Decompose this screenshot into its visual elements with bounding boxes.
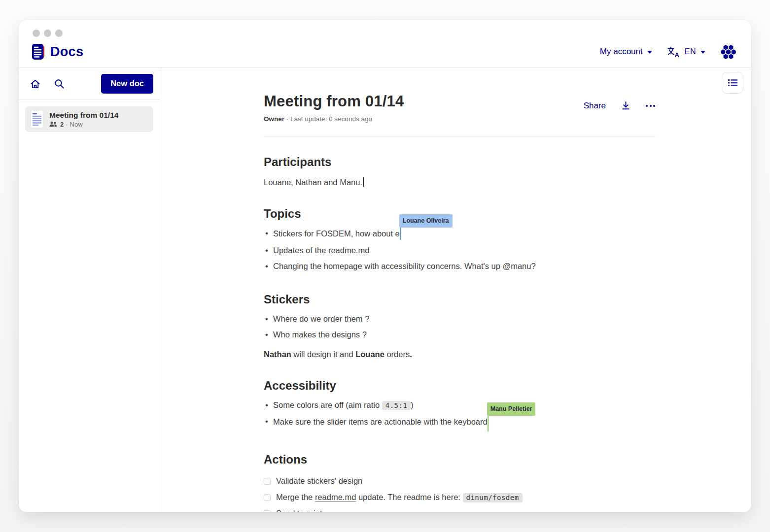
list-item: Who makes the designs ?	[273, 327, 655, 342]
task-item: Send to print	[264, 505, 655, 512]
topics-list: Stickers for FOSDEM, how about eLouane O…	[264, 225, 655, 274]
share-button[interactable]: Share	[584, 101, 606, 111]
editor[interactable]: Participants Louane, Nathan and Manu. To…	[264, 155, 655, 512]
task-item: Validate stickers' design	[264, 473, 655, 489]
app-logo: Docs	[31, 43, 83, 61]
sidebar: New doc	[19, 68, 160, 512]
download-button[interactable]	[621, 100, 631, 111]
code-chip: dinum/fosdem	[463, 493, 523, 502]
list-item: Where do we order them ?	[273, 311, 655, 327]
search-icon	[54, 78, 65, 89]
remote-cursor-label: Louane Oliveira	[399, 214, 453, 228]
svg-text:A: A	[674, 51, 679, 58]
document-list-item[interactable]: Meeting from 01/14 2	[25, 106, 153, 132]
section-heading-accessibility: Accessibility	[264, 379, 655, 393]
ellipsis-icon	[646, 105, 655, 107]
list-item: Updates of the readme.md	[273, 242, 655, 258]
app-header: Docs My account A	[19, 37, 751, 68]
docs-logo-icon	[31, 43, 46, 61]
members-count: 2	[60, 121, 64, 128]
document-meta: Owner · Last update: 0 seconds ago	[264, 115, 404, 123]
home-button[interactable]	[30, 78, 41, 90]
task-item: Merge the readme.md update. The readme i…	[264, 489, 655, 505]
members-icon	[49, 121, 57, 127]
role-label: Owner	[264, 115, 284, 123]
list-item: Stickers for FOSDEM, how about eLouane O…	[273, 225, 655, 242]
text-caret	[363, 177, 364, 187]
window-control-dot	[33, 30, 40, 37]
stickers-list: Where do we order them ? Who makes the d…	[264, 311, 655, 342]
task-checkbox[interactable]	[264, 494, 271, 501]
app-title: Docs	[50, 44, 83, 60]
task-label: Validate stickers' design	[276, 476, 362, 486]
remote-cursor-label: Manu Pelletier	[487, 402, 536, 416]
list-item: Some colors are off (aim ratio 4.5:1)	[273, 397, 655, 413]
language-label: EN	[685, 47, 696, 56]
download-icon	[621, 100, 631, 111]
list-icon	[728, 78, 738, 87]
task-checkbox[interactable]	[264, 478, 271, 485]
list-item: Make sure the slider items are actionabl…	[273, 413, 655, 434]
search-button[interactable]	[54, 78, 65, 89]
window-titlebar	[19, 20, 751, 37]
stickers-note: Nathan will design it and Louane orders.	[264, 348, 655, 360]
document-item-title: Meeting from 01/14	[49, 111, 118, 120]
document-title[interactable]: Meeting from 01/14	[264, 93, 404, 110]
document-list: Meeting from 01/14 2	[19, 100, 160, 138]
main-panel: Meeting from 01/14 Owner · Last update: …	[160, 68, 751, 512]
document-actions: Share	[584, 100, 655, 111]
table-of-contents-button[interactable]	[722, 72, 743, 94]
task-list: Validate stickers' design Merge the read…	[264, 473, 655, 512]
document-header: Meeting from 01/14 Owner · Last update: …	[264, 93, 655, 123]
app-window: Docs My account A	[19, 20, 751, 512]
task-label: Merge the readme.md update. The readme i…	[276, 493, 523, 502]
code-chip: 4.5:1	[382, 401, 411, 410]
header-divider	[264, 136, 655, 136]
meta-separator: ·	[66, 121, 68, 128]
apps-grid-button[interactable]	[720, 44, 736, 60]
window-control-dot	[44, 30, 51, 37]
header-controls: My account A EN	[600, 44, 736, 60]
my-account-menu[interactable]: My account	[600, 47, 652, 57]
chevron-down-icon	[647, 51, 652, 54]
sidebar-toolbar: New doc	[19, 68, 160, 100]
last-update-label: Last update: 0 seconds ago	[290, 115, 372, 123]
section-heading-actions: Actions	[264, 453, 655, 466]
participants-text: Louane, Nathan and Manu.	[264, 176, 655, 188]
more-options-button[interactable]	[646, 105, 655, 107]
home-icon	[30, 78, 41, 90]
updated-time: Now	[70, 121, 83, 128]
remote-cursor-green: Manu Pelletier	[488, 416, 489, 432]
meta-separator: ·	[286, 115, 289, 123]
apps-flower-icon	[720, 44, 736, 60]
document-thumbnail-icon	[30, 110, 44, 129]
chevron-down-icon	[700, 51, 705, 54]
window-control-dot	[55, 30, 63, 37]
task-checkbox[interactable]	[264, 510, 271, 513]
new-doc-button[interactable]: New doc	[101, 74, 153, 94]
list-item: Changing the homepage with accessibility…	[273, 258, 655, 274]
my-account-label: My account	[600, 47, 643, 57]
language-selector[interactable]: A EN	[667, 46, 705, 58]
section-heading-stickers: Stickers	[264, 293, 655, 306]
section-heading-topics: Topics	[264, 207, 655, 221]
translate-icon: A	[667, 46, 680, 58]
accessibility-list: Some colors are off (aim ratio 4.5:1) Ma…	[264, 397, 655, 434]
readme-link[interactable]: readme.md	[315, 493, 356, 501]
task-label: Send to print	[276, 509, 322, 512]
document-item-meta: 2 · Now	[49, 121, 118, 128]
section-heading-participants: Participants	[264, 155, 655, 169]
remote-cursor-blue: Louane Oliveira	[400, 228, 401, 240]
